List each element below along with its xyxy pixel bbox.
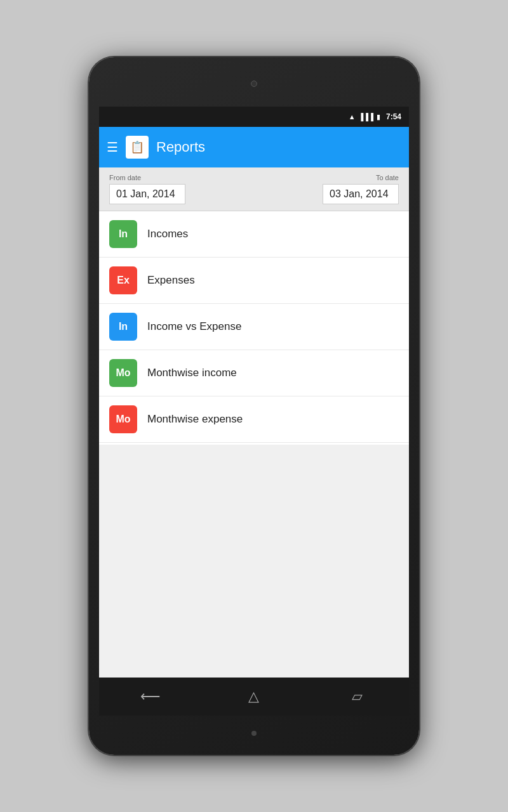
list-item[interactable]: InIncomes bbox=[99, 211, 409, 258]
home-button[interactable]: △ bbox=[235, 684, 273, 709]
wifi-icon: ▲ bbox=[349, 113, 356, 121]
signal-bars: ▐▐▐ bbox=[359, 113, 373, 121]
doc-icon: 📋 bbox=[130, 140, 144, 154]
report-badge: Mo bbox=[109, 405, 137, 433]
report-badge: In bbox=[109, 220, 137, 248]
app-bar: ☰ 📋 Reports bbox=[99, 127, 409, 167]
back-button[interactable]: ⟵ bbox=[131, 684, 170, 709]
device-bottom bbox=[251, 723, 257, 743]
report-list: InIncomesExExpensesInIncome vs ExpenseMo… bbox=[99, 211, 409, 445]
list-item[interactable]: MoMonthwise income bbox=[99, 350, 409, 396]
from-date-label: From date bbox=[109, 174, 185, 181]
from-date-value[interactable]: 01 Jan, 2014 bbox=[109, 184, 185, 204]
report-badge: In bbox=[109, 313, 137, 341]
report-name: Monthwise expense bbox=[147, 413, 243, 426]
battery-icon: ▮ bbox=[377, 113, 380, 121]
recents-icon: ▱ bbox=[352, 688, 363, 705]
front-camera bbox=[251, 81, 257, 87]
list-item[interactable]: InIncome vs Expense bbox=[99, 304, 409, 350]
bottom-dot bbox=[251, 731, 257, 736]
report-name: Income vs Expense bbox=[147, 320, 241, 333]
hamburger-menu-button[interactable]: ☰ bbox=[107, 140, 118, 155]
status-bar: ▲ ▐▐▐ ▮ 7:54 bbox=[99, 107, 409, 127]
device-frame: ▲ ▐▐▐ ▮ 7:54 ☰ 📋 Reports From date 01 Ja… bbox=[89, 57, 419, 755]
from-date-field[interactable]: From date 01 Jan, 2014 bbox=[109, 174, 185, 204]
recents-button[interactable]: ▱ bbox=[338, 684, 377, 709]
report-name: Expenses bbox=[147, 274, 195, 287]
list-item[interactable]: MoMonthwise expense bbox=[99, 396, 409, 443]
list-item[interactable]: ExExpenses bbox=[99, 258, 409, 304]
report-badge: Ex bbox=[109, 266, 137, 294]
report-name: Incomes bbox=[147, 228, 188, 240]
status-icons: ▲ ▐▐▐ ▮ 7:54 bbox=[349, 112, 401, 121]
device-top bbox=[99, 69, 409, 99]
app-icon: 📋 bbox=[126, 136, 149, 159]
report-badge: Mo bbox=[109, 359, 137, 387]
bottom-space bbox=[99, 445, 409, 678]
home-icon: △ bbox=[248, 688, 259, 705]
app-bar-title: Reports bbox=[156, 139, 205, 155]
report-name: Monthwise income bbox=[147, 367, 237, 379]
back-icon: ⟵ bbox=[140, 688, 161, 705]
to-date-label: To date bbox=[376, 174, 399, 181]
to-date-field[interactable]: To date 03 Jan, 2014 bbox=[323, 174, 399, 204]
screen: ▲ ▐▐▐ ▮ 7:54 ☰ 📋 Reports From date 01 Ja… bbox=[99, 107, 409, 716]
to-date-value[interactable]: 03 Jan, 2014 bbox=[323, 184, 399, 204]
nav-bar: ⟵ △ ▱ bbox=[99, 678, 409, 716]
date-filter-bar: From date 01 Jan, 2014 To date 03 Jan, 2… bbox=[99, 167, 409, 211]
clock: 7:54 bbox=[386, 112, 401, 121]
